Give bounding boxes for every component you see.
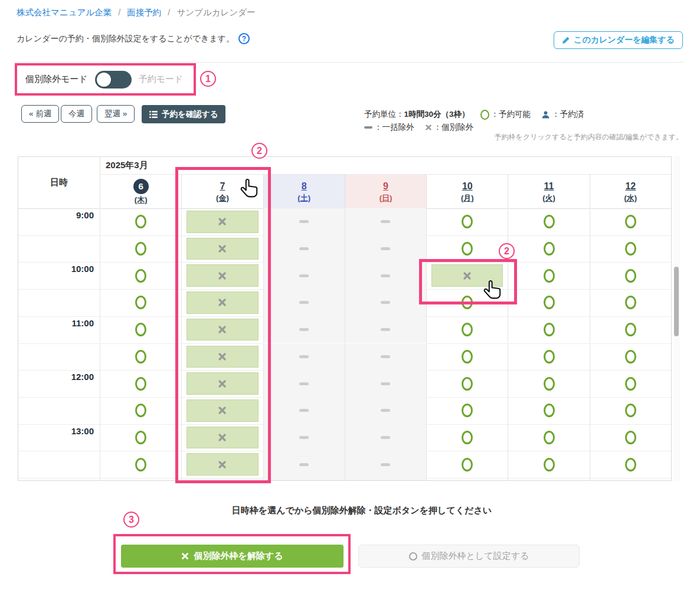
slot-day9-row1[interactable] — [345, 235, 426, 263]
day-header-9[interactable]: 9(日) — [345, 175, 426, 208]
slot-day11-row10[interactable] — [508, 478, 589, 481]
breadcrumb-interview-link[interactable]: 面接予約 — [127, 8, 161, 17]
slot-day10-row3[interactable] — [426, 289, 508, 316]
slot-day12-row9[interactable] — [590, 451, 671, 478]
slot-day6-row10[interactable] — [100, 478, 181, 481]
slot-day9-row4[interactable] — [345, 316, 426, 343]
slot-day11-row9[interactable] — [508, 451, 589, 478]
slot-day7-row2[interactable] — [181, 262, 263, 289]
slot-day7-row8[interactable] — [181, 424, 263, 451]
release-exclusion-button[interactable]: 個別除外枠を解除する — [121, 545, 344, 568]
slot-day10-row2[interactable] — [426, 262, 508, 289]
slot-day10-row6[interactable] — [426, 370, 508, 397]
mode-toggle-highlight-box: 個別除外モード 予約モード — [15, 63, 196, 96]
slot-day10-row8[interactable] — [426, 424, 508, 451]
slot-day12-row7[interactable] — [590, 397, 671, 424]
slot-day7-row9[interactable] — [181, 451, 263, 478]
slot-day8-row9[interactable] — [263, 451, 345, 478]
slot-day8-row3[interactable] — [263, 289, 345, 316]
slot-day6-row6[interactable] — [100, 370, 181, 397]
slot-day10-row7[interactable] — [426, 397, 508, 424]
slot-day9-row0[interactable] — [345, 208, 426, 235]
slot-day11-row4[interactable] — [508, 316, 589, 343]
slot-day11-row0[interactable] — [508, 208, 589, 235]
slot-day7-row5[interactable] — [181, 343, 263, 371]
slot-day10-row4[interactable] — [426, 316, 508, 343]
available-slot-icon — [135, 350, 146, 363]
slot-day9-row9[interactable] — [345, 451, 426, 478]
slot-day6-row9[interactable] — [100, 451, 181, 478]
slot-day6-row2[interactable] — [100, 262, 181, 289]
slot-day11-row6[interactable] — [508, 370, 589, 397]
set-exclusion-button-disabled[interactable]: 個別除外枠として設定する — [358, 545, 580, 568]
slot-day12-row5[interactable] — [590, 343, 671, 371]
slot-day8-row10[interactable] — [263, 478, 345, 481]
slot-day6-row8[interactable] — [100, 424, 181, 451]
slot-day7-row3[interactable] — [181, 289, 263, 316]
day-header-6[interactable]: 6(木) — [100, 175, 181, 208]
day-header-11[interactable]: 11(火) — [508, 175, 589, 208]
slot-day12-row6[interactable] — [590, 370, 671, 397]
slot-day6-row7[interactable] — [100, 397, 181, 424]
slot-day7-row0[interactable] — [181, 208, 263, 235]
slot-day8-row7[interactable] — [263, 397, 345, 424]
slot-day8-row8[interactable] — [263, 424, 345, 451]
slot-day11-row5[interactable] — [508, 343, 589, 371]
help-icon[interactable]: ? — [238, 33, 250, 44]
slot-day9-row7[interactable] — [345, 397, 426, 424]
slot-day10-row1[interactable] — [426, 235, 508, 263]
slot-day10-row10[interactable] — [426, 478, 508, 481]
slot-day11-row2[interactable] — [508, 262, 589, 289]
confirm-reservations-button[interactable]: 予約を確認する — [142, 105, 225, 123]
slot-day12-row10[interactable] — [590, 478, 671, 481]
slot-day12-row3[interactable] — [590, 289, 671, 316]
slot-day6-row5[interactable] — [100, 343, 181, 371]
slot-day8-row6[interactable] — [263, 370, 345, 397]
slot-day9-row8[interactable] — [345, 424, 426, 451]
day-header-7[interactable]: 7(金) — [181, 175, 263, 208]
slot-day8-row2[interactable] — [263, 262, 345, 289]
slot-day11-row8[interactable] — [508, 424, 589, 451]
next-week-button[interactable]: 翌週 » — [97, 105, 135, 123]
available-slot-icon — [135, 458, 146, 471]
slot-day12-row8[interactable] — [590, 424, 671, 451]
prev-week-button[interactable]: « 前週 — [21, 105, 59, 123]
slot-day7-row7[interactable] — [181, 397, 263, 424]
slot-day8-row0[interactable] — [263, 208, 345, 235]
slot-day11-row1[interactable] — [508, 235, 589, 263]
day-header-12[interactable]: 12(水) — [590, 175, 671, 208]
slot-day8-row5[interactable] — [263, 343, 345, 371]
slot-day10-row0[interactable] — [426, 208, 508, 235]
slot-day12-row4[interactable] — [590, 316, 671, 343]
section-divider — [15, 62, 683, 63]
slot-day10-row5[interactable] — [426, 343, 508, 371]
slot-day7-row1[interactable] — [181, 235, 263, 263]
scrollbar-thumb[interactable] — [674, 267, 679, 336]
slot-day10-row9[interactable] — [426, 451, 508, 478]
slot-day6-row4[interactable] — [100, 316, 181, 343]
slot-day6-row0[interactable] — [100, 208, 181, 235]
slot-day9-row2[interactable] — [345, 262, 426, 289]
slot-day9-row10[interactable] — [345, 478, 426, 481]
slot-day12-row2[interactable] — [590, 262, 671, 289]
slot-day12-row0[interactable] — [590, 208, 671, 235]
this-week-button[interactable]: 今週 — [61, 105, 92, 123]
slot-day7-row6[interactable] — [181, 370, 263, 397]
day-header-10[interactable]: 10(月) — [426, 175, 508, 208]
slot-day9-row3[interactable] — [345, 289, 426, 316]
slot-day9-row5[interactable] — [345, 343, 426, 371]
edit-calendar-button[interactable]: このカレンダーを編集する — [554, 31, 683, 49]
slot-day11-row3[interactable] — [508, 289, 589, 316]
slot-day12-row1[interactable] — [590, 235, 671, 263]
slot-day11-row7[interactable] — [508, 397, 589, 424]
breadcrumb-company-link[interactable]: 株式会社マニュアル企業 — [17, 8, 112, 17]
slot-day7-row10[interactable] — [181, 478, 263, 481]
slot-day8-row1[interactable] — [263, 235, 345, 263]
slot-day6-row3[interactable] — [100, 289, 181, 316]
slot-day6-row1[interactable] — [100, 235, 181, 263]
mode-toggle-switch[interactable] — [95, 71, 132, 89]
slot-day8-row4[interactable] — [263, 316, 345, 343]
slot-day9-row6[interactable] — [345, 370, 426, 397]
day-header-8[interactable]: 8(土) — [263, 175, 345, 208]
slot-day7-row4[interactable] — [181, 316, 263, 343]
